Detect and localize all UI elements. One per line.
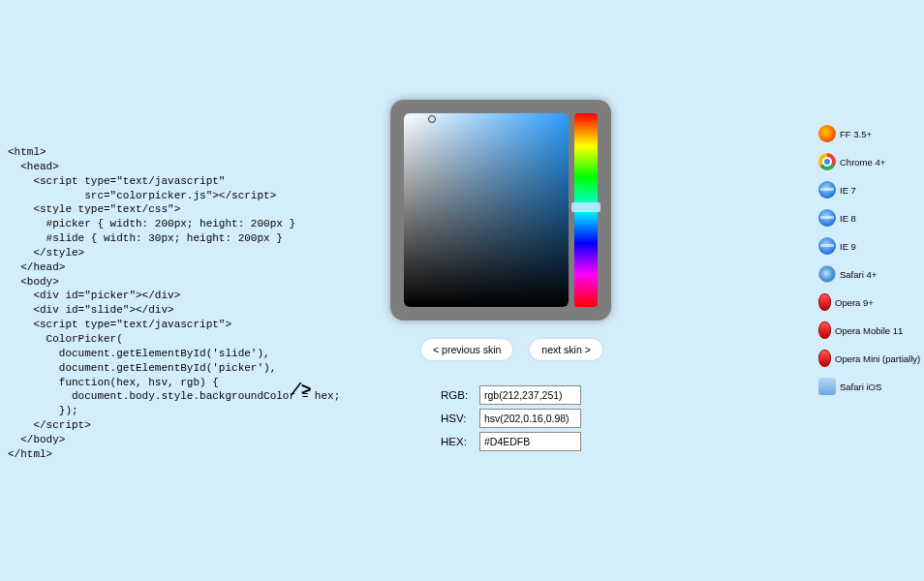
browser-icon [818, 378, 836, 395]
browser-item: IE 8 [818, 208, 920, 228]
rgb-input[interactable] [479, 385, 581, 405]
color-picker-widget [390, 100, 611, 321]
browser-icon [818, 209, 836, 227]
browser-label: Opera Mini (partially) [835, 353, 920, 364]
previous-skin-button[interactable]: < previous skin [421, 339, 512, 360]
skin-nav: < previous skin next skin > [421, 339, 602, 360]
browser-icon [818, 321, 831, 339]
browser-icon [818, 153, 836, 170]
browser-label: IE 8 [840, 213, 856, 224]
color-values-panel: RGB: HSV: HEX: [441, 385, 581, 455]
browser-icon [818, 237, 836, 255]
browser-label: Chrome 4+ [840, 157, 885, 168]
browser-item: Opera Mobile 11 [818, 321, 920, 340]
browser-label: Safari iOS [840, 382, 881, 392]
browser-icon [818, 181, 836, 199]
browser-label: IE 9 [840, 241, 856, 252]
hex-label: HEX: [441, 436, 479, 447]
browser-icon [818, 265, 836, 283]
browser-item: Safari iOS [818, 377, 920, 396]
hsv-input[interactable] [479, 409, 581, 428]
hue-slider-thumb[interactable] [571, 202, 601, 212]
browser-support-list: FF 3.5+Chrome 4+IE 7IE 8IE 9Safari 4+Ope… [818, 124, 920, 405]
browser-item: Chrome 4+ [818, 152, 920, 171]
browser-label: Opera Mobile 11 [835, 325, 903, 336]
browser-label: Safari 4+ [840, 269, 877, 280]
hue-slider[interactable] [574, 113, 598, 307]
browser-item: Opera 9+ [818, 292, 920, 312]
browser-label: FF 3.5+ [840, 129, 872, 139]
browser-icon [818, 125, 836, 142]
hex-input[interactable] [479, 432, 581, 451]
browser-item: IE 7 [818, 180, 920, 199]
browser-item: IE 9 [818, 236, 920, 256]
saturation-value-area[interactable] [404, 113, 569, 307]
browser-label: Opera 9+ [835, 297, 874, 308]
next-skin-button[interactable]: next skin > [530, 339, 602, 360]
close-tag-decoration: /> [291, 381, 312, 400]
browser-item: Safari 4+ [818, 264, 920, 284]
rgb-label: RGB: [441, 389, 479, 401]
code-snippet: <html> <head> <script type="text/javascr… [8, 145, 340, 462]
browser-label: IE 7 [840, 185, 856, 196]
hsv-label: HSV: [441, 413, 479, 424]
browser-icon [818, 350, 831, 367]
browser-item: Opera Mini (partially) [818, 349, 920, 368]
browser-icon [818, 293, 831, 311]
picker-cursor[interactable] [428, 115, 436, 123]
browser-item: FF 3.5+ [818, 124, 920, 143]
